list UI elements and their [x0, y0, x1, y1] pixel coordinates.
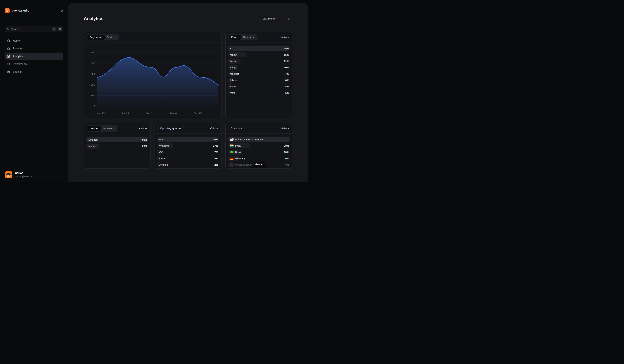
- row-label: Android: [157, 163, 168, 166]
- tab-browsers[interactable]: Browsers: [101, 126, 116, 131]
- user-block[interactable]: Carlos carlos@me.com: [5, 171, 33, 178]
- traffic-chart: 0100200300400500Nov 17Nov 24Dec 1Dec 8De…: [84, 43, 221, 118]
- us-flag-icon: [230, 138, 234, 141]
- row-value: 5%: [214, 157, 219, 160]
- x-axis-label: Nov 17: [97, 112, 105, 115]
- table-row[interactable]: India 28%: [228, 143, 289, 148]
- table-row[interactable]: Mac 59%: [157, 137, 219, 142]
- workspace-switcher-icon[interactable]: [61, 9, 63, 12]
- devices-tabs: Devices Browsers: [86, 125, 117, 132]
- row-label: Mac: [157, 138, 164, 141]
- brand-logo: b: [5, 8, 10, 13]
- pages-list: / 45% /about 15% /work 12% /blog 10%: [226, 43, 292, 95]
- sidebar-header: b bueno.studio: [0, 0, 68, 22]
- row-value: 2%: [214, 163, 219, 166]
- table-row[interactable]: /contact 7%: [228, 71, 289, 76]
- countries-card: Countries Visitors United States of Amer…: [225, 123, 292, 169]
- tab-referrers[interactable]: Referrers: [241, 35, 256, 40]
- search-input[interactable]: [11, 28, 50, 30]
- date-range-value: Last month: [262, 17, 275, 20]
- gb-flag-icon: [230, 164, 234, 166]
- chevron-updown-icon: [288, 17, 290, 20]
- row-value: 59%: [213, 138, 219, 141]
- row-value: 5%: [285, 163, 289, 166]
- y-axis-label: 300: [91, 73, 95, 75]
- y-axis-label: 0: [94, 105, 95, 107]
- row-value: 6%: [285, 79, 289, 82]
- view-all-button[interactable]: View all: [252, 162, 266, 167]
- brand-initial: b: [6, 9, 8, 13]
- projects-icon: [7, 47, 10, 50]
- row-value: 10%: [284, 151, 289, 154]
- devices-column-header: Visitors: [139, 127, 148, 130]
- row-value: 1%: [285, 91, 289, 94]
- date-range-select[interactable]: Last month: [260, 15, 292, 22]
- kbd-command: ⌘: [52, 27, 56, 31]
- analytics-icon: [7, 55, 10, 58]
- x-axis-label: Dec 8: [170, 112, 177, 115]
- table-row[interactable]: Brazil 10%: [228, 149, 289, 155]
- row-value: 7%: [285, 73, 289, 75]
- row-label: /about: [228, 53, 237, 56]
- pages-tabs: Pages Referrers: [228, 34, 257, 40]
- home-icon: [7, 39, 10, 42]
- sidebar: b bueno.studio ⌘ K Home Projects Analyti…: [0, 0, 68, 182]
- table-row[interactable]: /about 15%: [228, 52, 289, 57]
- tab-visitors[interactable]: Visitors: [105, 35, 118, 40]
- country-name: United States of America: [235, 138, 263, 141]
- countries-column-header: Visitors: [281, 127, 289, 130]
- table-row[interactable]: /about 6%: [228, 78, 289, 83]
- row-label: India: [228, 144, 241, 147]
- table-row[interactable]: /store 4%: [228, 84, 289, 89]
- settings-icon: [7, 70, 10, 73]
- tab-page-views[interactable]: Page views: [87, 35, 105, 40]
- sidebar-item-label: Home: [13, 39, 20, 42]
- countries-title-pill: Countries: [228, 125, 244, 131]
- table-row[interactable]: Android 2%: [157, 162, 219, 167]
- table-row[interactable]: Desktop 80%: [86, 137, 148, 142]
- os-card: Operating systems Visitors Mac 59% Windo…: [155, 123, 221, 169]
- table-row[interactable]: Mobile 20%: [86, 144, 148, 148]
- search-icon: [7, 28, 10, 30]
- table-row[interactable]: /work 12%: [228, 59, 289, 64]
- sidebar-nav: Home Projects Analytics Performance Sett…: [5, 37, 63, 75]
- os-list: Mac 59% Windows 27% iOS 7% Linux 5%: [155, 134, 221, 167]
- search-box[interactable]: ⌘ K: [5, 26, 63, 32]
- row-label: Linux: [157, 157, 165, 160]
- traffic-tabs: Page views Visitors: [86, 34, 119, 40]
- row-value: 6%: [285, 157, 289, 160]
- table-row[interactable]: /404 1%: [228, 90, 289, 95]
- brand-name: bueno.studio: [12, 9, 29, 12]
- traffic-card: Page views Visitors 0100200300400500N: [84, 32, 221, 118]
- table-row[interactable]: Germany 6%: [228, 156, 289, 161]
- main-panel: Analytics Last month Page views Visitors: [68, 3, 308, 182]
- sidebar-item-projects[interactable]: Projects: [5, 45, 63, 52]
- user-name: Carlos: [15, 171, 33, 174]
- table-row[interactable]: United States of America: [228, 137, 289, 142]
- in-flag-icon: [230, 145, 234, 147]
- traffic-chart-svg: 0100200300400500Nov 17Nov 24Dec 1Dec 8De…: [84, 43, 221, 118]
- row-label: /about: [228, 79, 237, 82]
- sidebar-item-settings[interactable]: Settings: [5, 69, 63, 75]
- table-row[interactable]: Windows 27%: [157, 143, 219, 148]
- tab-pages[interactable]: Pages: [229, 35, 241, 40]
- row-value: 80%: [142, 138, 148, 141]
- x-axis-label: Dec 15: [194, 112, 202, 115]
- row-value: 20%: [142, 145, 148, 147]
- sidebar-item-label: Settings: [13, 71, 22, 73]
- table-row[interactable]: / 45%: [228, 46, 289, 51]
- os-column-header: Visitors: [210, 127, 219, 130]
- table-row[interactable]: Linux 5%: [157, 156, 219, 161]
- os-title-pill: Operating systems: [157, 125, 184, 131]
- sidebar-item-performance[interactable]: Performance: [5, 61, 63, 68]
- x-axis-label: Dec 1: [146, 112, 153, 115]
- x-axis-label: Nov 24: [121, 112, 129, 115]
- table-row[interactable]: iOS 7%: [157, 149, 219, 155]
- tab-devices[interactable]: Devices: [87, 126, 101, 131]
- row-label: iOS: [157, 151, 163, 154]
- sidebar-item-analytics[interactable]: Analytics: [5, 53, 63, 60]
- sidebar-item-home[interactable]: Home: [5, 37, 63, 44]
- table-row[interactable]: /blog 10%: [228, 65, 289, 70]
- performance-icon: [7, 63, 10, 66]
- row-label: Windows: [157, 144, 169, 147]
